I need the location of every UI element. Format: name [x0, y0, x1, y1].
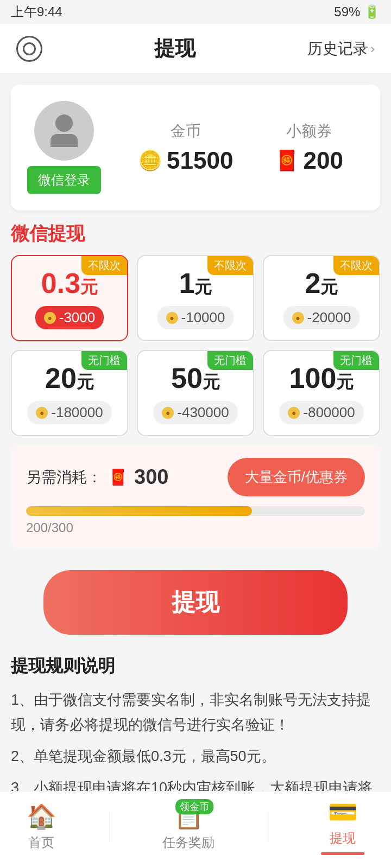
card-cost-4: ●-430000 — [153, 401, 237, 424]
yuan-suffix-2: 元 — [320, 277, 338, 297]
currency-info: 金币 🪙 51500 小额券 🧧 200 — [117, 121, 364, 174]
withdraw-card-4[interactable]: 无门槛 50元 ●-430000 — [137, 350, 254, 436]
coin-dot-0: ● — [44, 312, 56, 324]
yuan-suffix-0: 元 — [80, 277, 98, 297]
voucher-column: 小额券 🧧 200 — [275, 121, 343, 174]
yuan-suffix-1: 元 — [194, 277, 212, 297]
voucher-amount: 200 — [304, 147, 343, 174]
consume-card: 另需消耗： 🧧 300 大量金币/优惠券 200/300 — [11, 445, 380, 548]
nav-tasks-label: 任务奖励 — [162, 834, 215, 851]
card-badge-0: 不限次 — [81, 256, 127, 275]
history-label: 历史记录 — [307, 39, 368, 59]
progress-bar-fill — [26, 506, 252, 516]
voucher-label: 小额券 — [286, 121, 332, 142]
progress-row: 200/300 — [26, 506, 365, 535]
yuan-suffix-5: 元 — [336, 372, 354, 392]
coin-column: 金币 🪙 51500 — [138, 121, 233, 174]
card-amount-2: 2元 — [305, 267, 338, 299]
status-time: 上午9:44 — [11, 3, 62, 21]
bottom-nav: 🏠 首页 📋 领金币 任务奖励 💳 提现 — [0, 791, 391, 868]
get-coins-button[interactable]: 大量金币/优惠券 — [228, 458, 365, 496]
consume-row: 另需消耗： 🧧 300 大量金币/优惠券 — [26, 458, 365, 496]
settings-icon[interactable] — [16, 36, 42, 62]
card-badge-2: 不限次 — [333, 256, 379, 275]
card-amount-1: 1元 — [179, 267, 212, 299]
status-right: 59% 🔋 — [334, 4, 380, 20]
card-cost-3: ●-180000 — [27, 401, 111, 424]
voucher-value: 🧧 200 — [275, 147, 343, 174]
coin-icon: 🪙 — [138, 149, 162, 172]
yuan-suffix-4: 元 — [203, 372, 220, 392]
nav-item-home[interactable]: 🏠 首页 — [27, 802, 56, 851]
avatar-head — [55, 114, 73, 132]
card-badge-3: 无门槛 — [81, 351, 127, 370]
nav-item-withdraw[interactable]: 💳 提现 — [321, 798, 364, 855]
rule-item-1: 2、单笔提现金额最低0.3元，最高50元。 — [11, 744, 380, 769]
coin-amount: 51500 — [167, 147, 233, 174]
yuan-suffix-3: 元 — [77, 372, 94, 392]
nav-divider-1 — [109, 810, 110, 843]
card-badge-1: 不限次 — [207, 256, 253, 275]
consume-voucher-icon: 🧧 — [109, 468, 128, 486]
progress-text: 200/300 — [26, 520, 365, 535]
coin-label: 金币 — [171, 121, 201, 142]
coin-dot-4: ● — [162, 407, 174, 419]
withdraw-card-2[interactable]: 不限次 2元 ●-20000 — [263, 255, 380, 341]
progress-bar-background — [26, 506, 365, 516]
rule-item-0: 1、由于微信支付需要实名制，非实名制账号无法支持提现，请务必将提现的微信号进行实… — [11, 688, 380, 738]
chevron-right-icon: › — [370, 41, 375, 56]
nav-active-indicator — [321, 852, 364, 855]
coin-dot-1: ● — [166, 312, 178, 324]
withdraw-card-3[interactable]: 无门槛 20元 ●-180000 — [11, 350, 128, 436]
history-link[interactable]: 历史记录 › — [307, 39, 375, 59]
card-cost-5: ●-800000 — [279, 401, 363, 424]
consume-left: 另需消耗： 🧧 300 — [26, 465, 168, 489]
avatar — [34, 101, 94, 161]
gear-inner — [23, 42, 36, 55]
coin-dot-3: ● — [36, 407, 48, 419]
status-bar: 上午9:44 59% 🔋 — [0, 0, 391, 24]
wechat-login-button[interactable]: 微信登录 — [27, 166, 101, 194]
card-cost-0: ●-3000 — [35, 306, 104, 329]
page-title: 提现 — [42, 35, 307, 62]
nav-withdraw-label: 提现 — [330, 829, 356, 847]
withdraw-nav-icon: 💳 — [328, 798, 358, 826]
rules-title: 提现规则说明 — [11, 654, 380, 678]
consume-label: 另需消耗： — [26, 467, 102, 488]
coin-dot-5: ● — [288, 407, 300, 419]
main-withdraw-button[interactable]: 提现 — [43, 570, 348, 635]
status-battery: 59% 🔋 — [334, 4, 380, 20]
coin-value: 🪙 51500 — [138, 147, 233, 174]
user-card: 微信登录 金币 🪙 51500 小额券 🧧 200 — [11, 85, 380, 210]
withdraw-card-1[interactable]: 不限次 1元 ●-10000 — [137, 255, 254, 341]
avatar-body — [51, 134, 78, 147]
nav-item-tasks[interactable]: 📋 领金币 任务奖励 — [162, 802, 215, 851]
withdraw-grid: 不限次 0.3元 ●-3000 不限次 1元 ●-10000 不限次 2元 ●-… — [11, 255, 380, 436]
card-badge-4: 无门槛 — [207, 351, 253, 370]
page-header: 提现 历史记录 › — [0, 24, 391, 74]
nav-home-label: 首页 — [28, 834, 54, 851]
card-badge-5: 无门槛 — [333, 351, 379, 370]
wechat-withdraw-title: 微信提现 — [11, 221, 380, 246]
withdraw-card-5[interactable]: 无门槛 100元 ●-800000 — [263, 350, 380, 436]
voucher-icon: 🧧 — [275, 149, 299, 172]
card-cost-2: ●-20000 — [283, 306, 360, 329]
status-left: 上午9:44 — [11, 3, 62, 21]
consume-value: 300 — [134, 465, 168, 489]
tasks-badge: 领金币 — [175, 799, 213, 814]
nav-divider-2 — [268, 810, 268, 843]
withdraw-card-0[interactable]: 不限次 0.3元 ●-3000 — [11, 255, 128, 341]
home-icon: 🏠 — [27, 802, 56, 831]
coin-dot-2: ● — [292, 312, 304, 324]
user-left: 微信登录 — [27, 101, 101, 194]
card-cost-1: ●-10000 — [157, 306, 234, 329]
